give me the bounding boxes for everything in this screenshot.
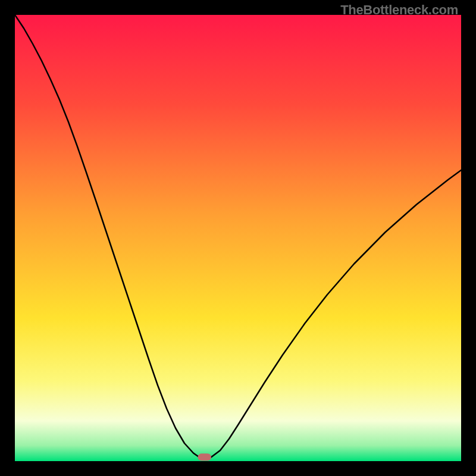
plot-area [15,15,461,461]
chart-frame: TheBottleneck.com [0,0,476,476]
gradient-background [15,15,461,461]
chart-svg [15,15,461,461]
min-marker [198,453,212,461]
